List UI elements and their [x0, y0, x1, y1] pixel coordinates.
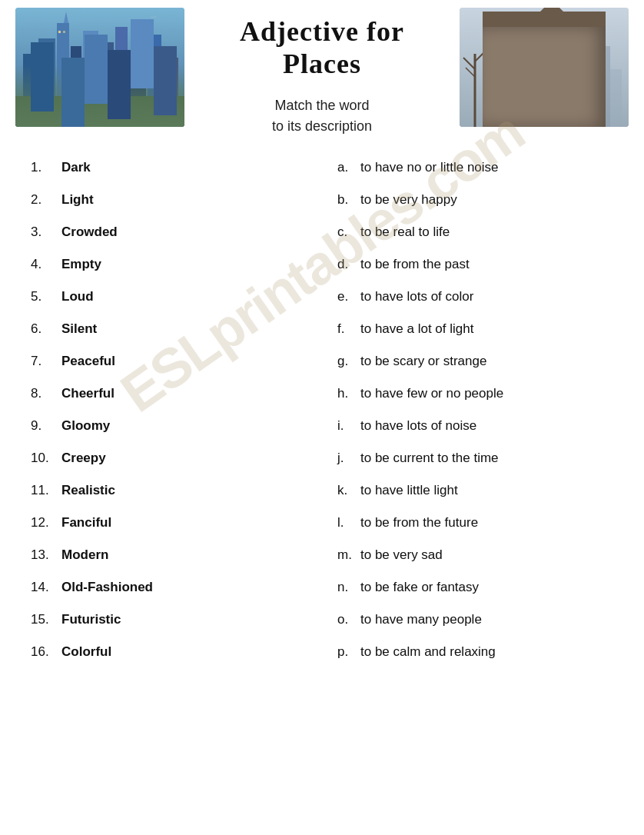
svg-rect-2 [23, 54, 37, 96]
item-description: to be from the future [360, 515, 478, 531]
left-item: 12. Fanciful [31, 515, 307, 531]
svg-rect-36 [542, 23, 562, 38]
item-number: 4. [31, 257, 61, 272]
item-number: 8. [31, 386, 61, 401]
item-number: 5. [31, 289, 61, 304]
right-item: o. to have many people [337, 612, 613, 627]
svg-rect-13 [45, 46, 47, 48]
svg-rect-17 [85, 38, 87, 41]
item-word: Loud [61, 289, 94, 304]
item-letter: e. [337, 289, 360, 304]
right-item: h. to have few or no people [337, 386, 613, 401]
right-item: g. to be scary or strange [337, 354, 613, 369]
svg-rect-4 [57, 23, 69, 96]
svg-rect-16 [63, 31, 65, 33]
item-word: Empty [61, 257, 101, 272]
item-description: to have lots of noise [360, 418, 476, 434]
item-description: to have lots of color [360, 289, 473, 304]
svg-rect-3 [38, 38, 55, 96]
right-item: b. to be very happy [337, 192, 613, 208]
item-description: to be very happy [360, 192, 457, 208]
right-item: e. to have lots of color [337, 289, 613, 304]
item-letter: p. [337, 644, 360, 660]
svg-rect-22 [460, 8, 629, 127]
left-item: 13. Modern [31, 547, 307, 563]
item-description: to have many people [360, 612, 482, 627]
right-column: a. to have no or little noise b. to be v… [322, 160, 613, 677]
left-item: 6. Silent [31, 321, 307, 337]
svg-rect-29 [536, 15, 567, 42]
svg-rect-8 [115, 27, 128, 96]
item-description: to be real to life [360, 225, 450, 240]
left-item: 11. Realistic [31, 483, 307, 498]
item-description: to have no or little noise [360, 160, 499, 175]
right-item: l. to be from the future [337, 515, 613, 531]
right-item: j. to be current to the time [337, 451, 613, 466]
item-description: to have few or no people [360, 386, 503, 401]
item-letter: m. [337, 547, 360, 563]
item-number: 14. [31, 580, 61, 595]
item-description: to be fake or fantasy [360, 580, 479, 595]
item-description: to be calm and relaxing [360, 644, 496, 660]
item-letter: i. [337, 418, 360, 434]
item-number: 3. [31, 225, 61, 240]
item-word: Silent [61, 321, 97, 337]
item-letter: o. [337, 612, 360, 627]
svg-marker-28 [498, 12, 606, 42]
svg-rect-1 [15, 96, 184, 127]
svg-rect-35 [536, 92, 567, 127]
item-letter: h. [337, 386, 360, 401]
item-description: to have little light [360, 483, 458, 498]
item-word: Futuristic [61, 612, 121, 627]
item-word: Creepy [61, 451, 106, 466]
svg-rect-27 [498, 42, 606, 127]
right-item: n. to be fake or fantasy [337, 580, 613, 595]
left-item: 7. Peaceful [31, 354, 307, 369]
item-description: to be current to the time [360, 451, 499, 466]
item-letter: g. [337, 354, 360, 369]
left-item: 3. Crowded [31, 225, 307, 240]
svg-rect-33 [510, 88, 529, 111]
item-number: 11. [31, 483, 61, 498]
left-item: 4. Empty [31, 257, 307, 272]
item-word: Realistic [61, 483, 115, 498]
svg-rect-7 [100, 42, 114, 96]
header-center: Adjective for Places Match the word to i… [184, 8, 460, 137]
right-item: p. to be calm and relaxing [337, 644, 613, 660]
left-column: 1. Dark 2. Light 3. Crowded 4. Empty 5. … [31, 160, 322, 677]
item-word: Peaceful [61, 354, 115, 369]
content-section: 1. Dark 2. Light 3. Crowded 4. Empty 5. … [0, 137, 644, 692]
svg-point-20 [134, 22, 142, 25]
item-letter: l. [337, 515, 360, 531]
svg-rect-18 [89, 38, 91, 41]
left-item: 1. Dark [31, 160, 307, 175]
item-number: 2. [31, 192, 61, 208]
svg-point-21 [151, 16, 157, 18]
svg-rect-0 [15, 8, 184, 127]
right-item: c. to be real to life [337, 225, 613, 240]
left-item: 16. Colorful [31, 644, 307, 660]
item-word: Crowded [61, 225, 118, 240]
svg-rect-5 [71, 46, 81, 96]
svg-rect-38 [610, 69, 622, 127]
left-item: 14. Old-Fashioned [31, 580, 307, 595]
item-number: 6. [31, 321, 61, 337]
item-letter: f. [337, 321, 360, 337]
item-word: Light [61, 192, 94, 208]
svg-rect-12 [41, 46, 43, 48]
svg-rect-32 [573, 54, 593, 77]
svg-rect-11 [163, 58, 178, 96]
page-title: Adjective for Places [200, 15, 444, 80]
right-item: m. to be very sad [337, 547, 613, 563]
right-item: i. to have lots of noise [337, 418, 613, 434]
item-letter: b. [337, 192, 360, 208]
item-number: 15. [31, 612, 61, 627]
item-number: 1. [31, 160, 61, 175]
item-description: to be from the past [360, 257, 470, 272]
left-item: 10. Creepy [31, 451, 307, 466]
svg-rect-9 [129, 50, 146, 96]
item-letter: j. [337, 451, 360, 466]
left-item: 8. Cheerful [31, 386, 307, 401]
item-word: Old-Fashioned [61, 580, 153, 595]
item-number: 16. [31, 644, 61, 660]
